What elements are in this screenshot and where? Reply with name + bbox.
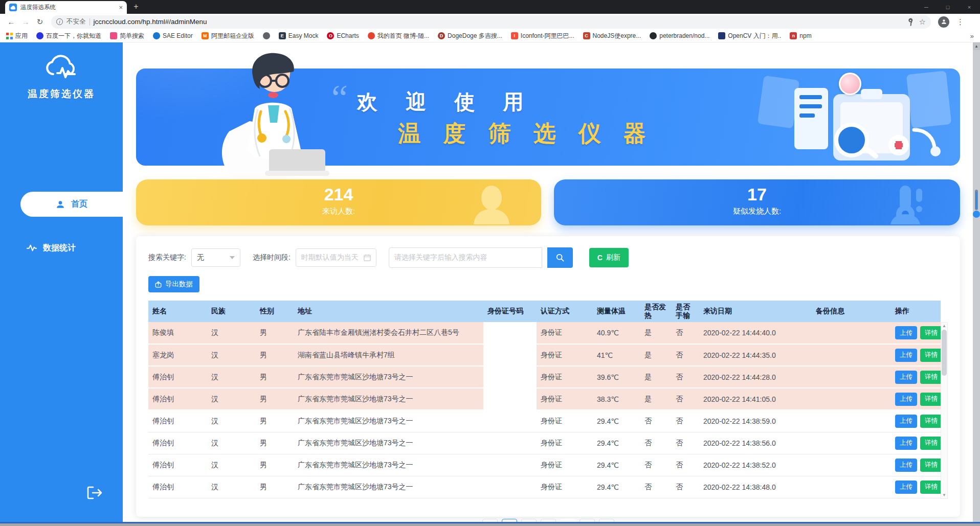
main-content: “ 欢 迎 使 用 温 度 筛 选 仪 器 — [123, 42, 980, 522]
password-key-icon[interactable] — [907, 18, 916, 26]
taskbar-edge — [0, 522, 980, 526]
sidebar-item-home[interactable]: 首页 — [20, 192, 123, 217]
cell-ethnic: 汉 — [207, 432, 256, 454]
bookmark-item[interactable]: 百度一下，你就知道 — [36, 32, 101, 40]
keyword-label: 搜索关键字: — [148, 253, 186, 262]
bookmark-item[interactable]: M阿里邮箱企业版 — [202, 32, 254, 40]
bookmark-item[interactable]: IIconfont-阿里巴巴... — [511, 32, 574, 40]
upload-button[interactable]: 上传 — [895, 459, 917, 472]
profile-avatar-icon[interactable] — [938, 16, 949, 28]
bookmark-item[interactable]: OpenCV 入门：用.. — [718, 32, 781, 40]
window-close-button[interactable]: × — [959, 0, 980, 14]
upload-button[interactable]: 上传 — [895, 415, 917, 428]
simple-search-icon — [110, 32, 117, 39]
cell-actions: 上传详情 — [891, 344, 941, 366]
upload-button[interactable]: 上传 — [895, 437, 917, 450]
page-scroll-up-icon[interactable]: ▲ — [973, 42, 980, 50]
filter-row: 搜索关键字: 无 选择时间段: 时期默认值为当天 请选择关键字后输入搜索内容 — [148, 247, 948, 268]
reload-icon[interactable]: ↻ — [34, 16, 46, 28]
cell-temp: 39.6℃ — [593, 366, 640, 388]
ali-mail-icon: M — [202, 32, 209, 39]
bookmark-item[interactable]: OECharts — [327, 32, 359, 39]
cell-gender: 男 — [256, 366, 294, 388]
scroll-up-icon[interactable]: ▲ — [942, 323, 946, 329]
back-icon[interactable]: ← — [5, 16, 17, 28]
col-address: 地址 — [294, 301, 483, 322]
upload-button[interactable]: 上传 — [895, 371, 917, 384]
bookmark-star-icon[interactable]: ☆ — [919, 17, 926, 27]
detail-button[interactable]: 详情 — [920, 437, 941, 450]
detail-button[interactable]: 详情 — [920, 349, 941, 362]
date-range-input[interactable]: 时期默认值为当天 — [296, 248, 376, 267]
search-input[interactable]: 请选择关键字后输入搜索内容 — [389, 247, 542, 268]
date-placeholder: 时期默认值为当天 — [301, 253, 359, 262]
bookmark-item[interactable]: EEasy Mock — [279, 32, 319, 39]
tab-close-icon[interactable]: × — [119, 4, 123, 11]
forward-icon[interactable]: → — [19, 16, 32, 28]
detail-button[interactable]: 详情 — [920, 481, 941, 494]
bookmark-item[interactable]: DDogeDoge 多吉搜... — [438, 32, 502, 40]
stat-card-fever: 17 疑似发烧人数: — [554, 179, 960, 225]
cell-ethnic: 汉 — [207, 322, 256, 344]
welcome-banner: “ 欢 迎 使 用 温 度 筛 选 仪 器 — [136, 68, 960, 166]
cell-date: 2020-02-22 14:41:05.0 — [699, 388, 812, 410]
bookmark-item[interactable]: 简单搜索 — [110, 32, 144, 40]
search-icon — [556, 254, 564, 262]
cell-id — [483, 432, 537, 454]
baidu-icon — [36, 32, 43, 39]
window-minimize-button[interactable]: ─ — [916, 0, 937, 14]
upload-button[interactable]: 上传 — [895, 481, 917, 494]
doctor-illustration — [208, 52, 341, 181]
bookmark-item[interactable] — [263, 32, 270, 39]
table-scrollbar[interactable]: ▲ ▼ — [941, 322, 948, 499]
cell-gender: 男 — [256, 476, 294, 498]
browser-toolbar: ← → ↻ i 不安全 jccnccloud.com/hp.html#/admi… — [0, 14, 980, 30]
stat-card-visitors: 214 来访人数: — [136, 179, 541, 225]
bookmark-item[interactable]: nnpm — [790, 32, 811, 39]
cell-temp: 38.3℃ — [593, 388, 640, 410]
upload-button[interactable]: 上传 — [895, 393, 917, 406]
browser-menu-icon[interactable]: ⋮ — [956, 17, 964, 27]
bookmark-item[interactable]: CNodeJS使expre... — [583, 32, 641, 40]
detail-button[interactable]: 详情 — [920, 393, 941, 406]
browser-tab[interactable]: 温度筛选系统 × — [5, 1, 127, 14]
cell-manual: 否 — [672, 344, 699, 366]
detail-button[interactable]: 详情 — [920, 415, 941, 428]
omnibox[interactable]: i 不安全 jccnccloud.com/hp.html#/adminMenu … — [51, 15, 931, 29]
new-tab-button[interactable]: + — [130, 1, 142, 13]
bookmarks-overflow-icon[interactable]: » — [970, 32, 974, 40]
sidebar: 温度筛选仪器 首页 数据统计 — [0, 42, 123, 522]
bookmark-item[interactable]: 我的首页 微博-随... — [368, 32, 429, 40]
window-maximize-button[interactable]: □ — [937, 0, 959, 14]
bookmark-item[interactable]: SAE Editor — [153, 32, 193, 39]
cell-auth: 身份证 — [537, 476, 593, 498]
scroll-down-icon[interactable]: ▼ — [942, 492, 946, 498]
export-label: 导出数据 — [165, 280, 193, 289]
detail-button[interactable]: 详情 — [920, 371, 941, 384]
table-scroll-thumb[interactable] — [942, 330, 947, 376]
info-icon[interactable]: i — [56, 18, 63, 25]
cell-address: 广东省东莞市莞城区沙地塘73号之一 — [294, 388, 483, 410]
search-button[interactable] — [547, 247, 573, 268]
sidebar-item-statistics[interactable]: 数据统计 — [0, 238, 102, 258]
upload-button[interactable]: 上传 — [895, 349, 917, 362]
thermometer-scroll-thumb[interactable] — [973, 189, 980, 219]
sidebar-item-label: 数据统计 — [43, 243, 76, 254]
keyword-select[interactable]: 无 — [191, 248, 240, 267]
sidebar-item-label: 首页 — [71, 199, 87, 210]
user-avatar[interactable] — [839, 73, 861, 95]
col-gender: 性别 — [256, 301, 294, 322]
bookmark-item[interactable]: peterbraden/nod... — [650, 32, 709, 39]
export-data-button[interactable]: 导出数据 — [148, 276, 199, 292]
upload-button[interactable]: 上传 — [895, 326, 917, 339]
detail-button[interactable]: 详情 — [920, 326, 941, 339]
time-label: 选择时间段: — [253, 253, 291, 262]
cell-gender: 男 — [256, 322, 294, 344]
detail-button[interactable]: 详情 — [920, 459, 941, 472]
bookmark-apps[interactable]: 应用 — [6, 32, 28, 40]
page-scrollbar[interactable]: ▲ — [973, 42, 980, 522]
refresh-button[interactable]: C 刷新 — [589, 248, 629, 267]
logout-icon[interactable] — [86, 485, 103, 502]
cell-gender: 男 — [256, 388, 294, 410]
url-text[interactable]: jccnccloud.com/hp.html#/adminMenu — [94, 18, 904, 26]
